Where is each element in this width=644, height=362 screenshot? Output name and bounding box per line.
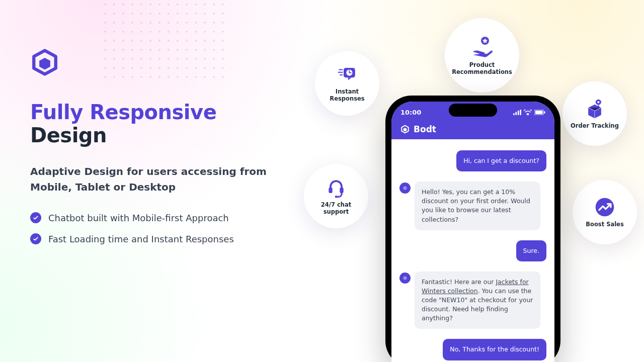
bot-avatar-icon bbox=[399, 183, 411, 194]
phone-notch bbox=[449, 104, 497, 117]
svg-rect-16 bbox=[535, 111, 543, 114]
svg-point-6 bbox=[597, 101, 599, 103]
title-rest: Design bbox=[30, 124, 107, 147]
chat-clock-icon bbox=[337, 64, 358, 85]
status-time: 10:00 bbox=[400, 109, 421, 116]
feature-label: Instant Responses bbox=[315, 88, 379, 103]
bot-avatar-icon bbox=[399, 273, 411, 284]
feature-label: Product Recommendations bbox=[445, 62, 519, 76]
title-highlight: Fully Responsive bbox=[30, 101, 216, 124]
svg-point-9 bbox=[335, 196, 338, 198]
check-icon bbox=[30, 212, 41, 223]
hand-star-icon bbox=[470, 35, 494, 59]
wifi-icon bbox=[524, 110, 532, 115]
subtitle: Adaptive Design for users accessing from… bbox=[30, 164, 292, 195]
bullet-item: Chatbot built with Mobile-first Approach bbox=[30, 212, 292, 223]
headset-icon bbox=[325, 176, 347, 199]
svg-rect-13 bbox=[518, 111, 519, 115]
bot-message: Fantastic! Here are our Jackets for Wint… bbox=[415, 272, 540, 329]
svg-marker-19 bbox=[404, 128, 407, 131]
chat-messages: Hi, can I get a discount? Hello! Yes, yo… bbox=[391, 139, 554, 360]
battery-icon bbox=[534, 110, 545, 115]
feature-order-tracking: Order Tracking bbox=[562, 81, 627, 146]
bullet-text: Fast Loading time and Instant Responses bbox=[48, 234, 234, 244]
svg-rect-12 bbox=[515, 112, 517, 115]
svg-rect-11 bbox=[513, 113, 515, 115]
status-indicators bbox=[513, 110, 545, 115]
svg-marker-1 bbox=[39, 58, 50, 70]
feature-label: Order Tracking bbox=[567, 123, 623, 130]
svg-rect-8 bbox=[340, 188, 343, 193]
bodt-logo-icon bbox=[400, 125, 410, 134]
bot-message: Hello! Yes, you can get a 10% discount o… bbox=[415, 182, 540, 230]
bullet-item: Fast Loading time and Instant Responses bbox=[30, 233, 292, 244]
user-message: Hi, can I get a discount? bbox=[456, 150, 546, 171]
trend-up-icon bbox=[594, 196, 616, 218]
feature-label: Boost Sales bbox=[582, 221, 628, 228]
package-pin-icon bbox=[584, 98, 606, 120]
feature-product-recommendations: Product Recommendations bbox=[445, 18, 519, 93]
svg-rect-17 bbox=[544, 111, 545, 114]
phone-mockup: 10:00 Bodt Hi, can I get a discount? bbox=[385, 96, 560, 362]
user-message: Sure. bbox=[516, 240, 546, 261]
bullet-text: Chatbot built with Mobile-first Approach bbox=[48, 213, 229, 223]
svg-point-21 bbox=[404, 277, 406, 279]
svg-rect-7 bbox=[329, 188, 332, 193]
svg-point-20 bbox=[404, 187, 406, 189]
user-message: No, Thanks for the discount! bbox=[443, 339, 546, 360]
svg-rect-14 bbox=[520, 110, 521, 115]
feature-chat-support: 24/7 chat support bbox=[304, 164, 368, 228]
signal-icon bbox=[513, 110, 521, 115]
feature-boost-sales: Boost Sales bbox=[573, 180, 637, 244]
feature-instant-responses: Instant Responses bbox=[315, 51, 379, 116]
feature-label: 24/7 chat support bbox=[304, 202, 368, 216]
app-name: Bodt bbox=[414, 124, 436, 134]
page-title: Fully Responsive Design bbox=[30, 101, 292, 147]
check-icon bbox=[30, 233, 41, 244]
